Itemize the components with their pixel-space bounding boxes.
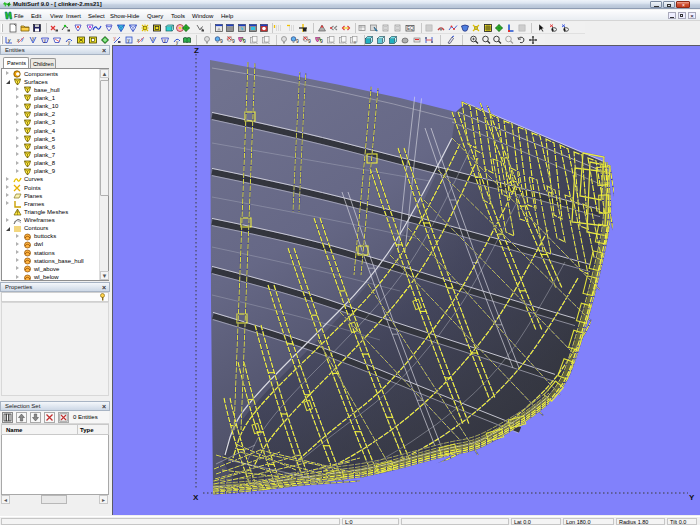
svg-text:9: 9	[296, 38, 299, 44]
svg-text:EQ: EQ	[407, 26, 414, 31]
svg-text:9: 9	[232, 38, 235, 44]
svg-text:y: y	[114, 36, 117, 41]
svg-text:9: 9	[243, 38, 246, 44]
svg-text:x: x	[16, 37, 20, 43]
svg-text:x: x	[136, 37, 140, 43]
svg-text:X: X	[193, 493, 199, 502]
svg-text:9: 9	[220, 38, 223, 44]
svg-text:9: 9	[308, 38, 311, 44]
svg-text:Z: Z	[194, 46, 199, 55]
svg-text:9: 9	[320, 38, 323, 44]
svg-text:Y: Y	[689, 493, 695, 502]
svg-text:y: y	[7, 37, 11, 43]
svg-text::: :	[498, 36, 499, 41]
